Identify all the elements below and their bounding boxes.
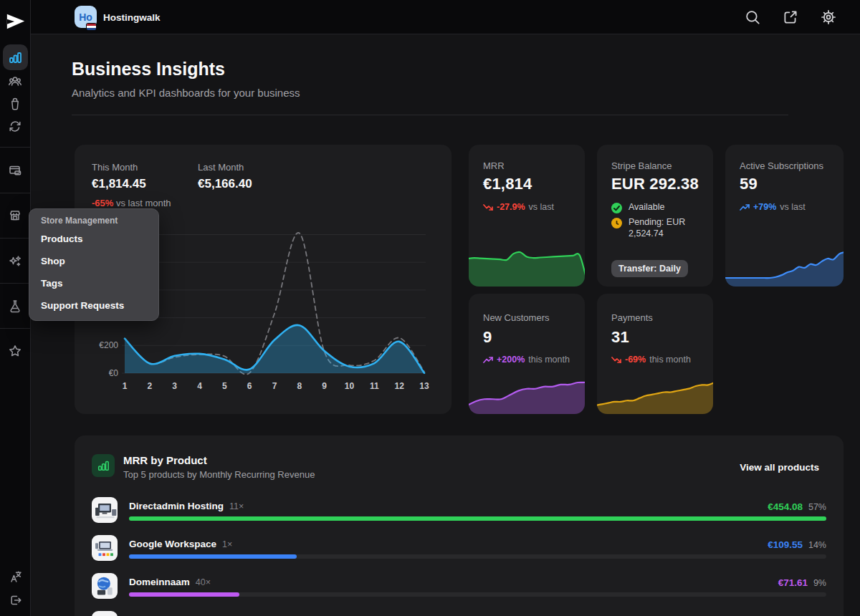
product-bar-fill	[129, 554, 297, 559]
payment-terminal-icon	[8, 163, 22, 178]
kpi-card-active-subscriptions: Active Subscriptions 59 +79% vs last	[725, 145, 844, 287]
page-title: Business Insights	[72, 59, 225, 80]
sidebar-divider	[0, 238, 30, 239]
svg-text:€0: €0	[109, 368, 119, 378]
product-count: 1×	[222, 539, 232, 549]
kpi-label: Payments	[611, 312, 653, 323]
sidebar-divider	[0, 283, 30, 284]
sidebar-item-orders[interactable]	[0, 91, 30, 115]
stripe-available-row: Available	[611, 202, 665, 213]
product-name: Domeinnaam	[129, 577, 190, 587]
external-link-icon	[782, 9, 799, 26]
product-bar-track	[129, 554, 826, 559]
mrr-sparkline	[469, 246, 585, 287]
stripe-pending-row: Pending: EUR 2,524.74	[611, 217, 704, 239]
bar-chart-badge	[92, 454, 115, 477]
product-share: 9%	[813, 578, 826, 588]
product-row-partial[interactable]	[92, 611, 826, 616]
svg-text:4: 4	[197, 381, 202, 391]
transfer-schedule-badge[interactable]: Transfer: Daily	[611, 260, 688, 277]
labs-flask-icon	[8, 299, 22, 313]
store-management-menu: Store Management Products Shop Tags Supp…	[29, 208, 159, 321]
brand-name: Hostingwalk	[103, 12, 161, 23]
kpi-delta: +200% this month	[483, 355, 570, 365]
panel-title: MRR by Product	[123, 454, 207, 466]
sidebar-item-favorites[interactable]	[0, 339, 30, 363]
subscriptions-sparkline	[725, 246, 844, 287]
product-mrr-value: €454.08	[768, 501, 803, 512]
svg-text:5: 5	[222, 381, 227, 391]
logout-icon	[8, 593, 22, 607]
mrr-by-product-panel: MRR by Product Top 5 products by Monthly…	[75, 435, 844, 616]
this-month-value: €1,814.45	[92, 177, 146, 191]
menu-item-shop[interactable]: Shop	[41, 256, 151, 270]
revenue-delta-pct: -65%	[92, 198, 113, 208]
last-month-label: Last Month	[198, 162, 244, 173]
sidebar	[0, 0, 31, 616]
header-divider	[72, 115, 788, 115]
kpi-label: Active Subscriptions	[740, 160, 823, 171]
sidebar-item-payments[interactable]	[0, 158, 30, 183]
revenue-delta: -65% vs last month	[92, 198, 171, 208]
search-icon	[744, 9, 761, 26]
svg-text:3: 3	[172, 381, 177, 391]
sidebar-item-store-management[interactable]	[0, 203, 30, 227]
svg-text:6: 6	[247, 381, 252, 391]
check-circle-icon	[611, 203, 622, 213]
product-image	[92, 535, 118, 561]
settings-button[interactable]	[820, 9, 837, 26]
trend-arrow-icon	[483, 203, 493, 211]
sidebar-item-language[interactable]	[0, 564, 30, 589]
shopping-bag-icon	[8, 96, 22, 110]
app-logo-icon[interactable]	[5, 11, 27, 32]
product-bar-fill	[129, 592, 239, 597]
product-row[interactable]: Domeinnaam40× €71.619%	[92, 573, 826, 605]
product-count: 40×	[196, 577, 211, 587]
sidebar-item-subscriptions[interactable]	[0, 114, 30, 138]
svg-text:11: 11	[370, 381, 379, 391]
kpi-card-stripe-balance: Stripe Balance EUR 292.38 Available Pend…	[597, 145, 713, 287]
svg-text:7: 7	[272, 381, 277, 391]
sidebar-divider	[0, 193, 30, 193]
topbar: Ho Hostingwalk	[31, 0, 860, 34]
product-row[interactable]: Directadmin Hosting11× €454.0857%	[92, 497, 826, 529]
sidebar-item-ai[interactable]	[0, 249, 30, 273]
product-row[interactable]: Google Workspace1× €109.5514%	[92, 535, 826, 567]
svg-text:9: 9	[322, 381, 327, 391]
svg-text:12: 12	[394, 381, 404, 391]
kpi-value: EUR 292.38	[611, 175, 699, 193]
product-share: 14%	[808, 540, 826, 550]
sidebar-item-customers[interactable]	[0, 69, 30, 93]
open-external-button[interactable]	[782, 9, 799, 26]
clock-icon	[611, 218, 622, 228]
menu-item-products[interactable]: Products	[41, 234, 151, 248]
sidebar-item-labs[interactable]	[0, 294, 30, 318]
product-image	[92, 497, 118, 523]
brand-logo[interactable]: Ho	[75, 6, 97, 28]
customers-icon	[8, 74, 22, 88]
product-image	[92, 573, 118, 599]
kpi-value: 59	[740, 175, 758, 193]
sparkles-icon	[8, 254, 22, 268]
kpi-value: €1,814	[483, 175, 532, 193]
sidebar-item-logout[interactable]	[0, 588, 30, 612]
trend-arrow-icon	[611, 356, 621, 364]
kpi-value: 9	[483, 328, 492, 347]
sidebar-divider	[0, 328, 30, 329]
storefront-icon	[8, 208, 22, 222]
kpi-label: New Customers	[483, 312, 549, 323]
product-count: 11×	[229, 501, 244, 511]
sidebar-item-analytics[interactable]	[0, 45, 30, 69]
product-bar-track	[129, 592, 826, 597]
search-button[interactable]	[744, 9, 761, 26]
svg-text:10: 10	[345, 381, 355, 391]
kpi-card-new-customers: New Customers 9 +200% this month	[469, 294, 585, 414]
view-all-products-link[interactable]: View all products	[740, 462, 819, 473]
menu-item-tags[interactable]: Tags	[41, 278, 151, 292]
svg-text:8: 8	[297, 381, 302, 391]
page-subtitle: Analytics and KPI dashboards for your bu…	[72, 87, 300, 99]
kpi-label: MRR	[483, 160, 505, 171]
menu-item-support-requests[interactable]: Support Requests	[41, 300, 151, 314]
last-month-value: €5,166.40	[198, 177, 252, 191]
kpi-value: 31	[611, 328, 629, 347]
